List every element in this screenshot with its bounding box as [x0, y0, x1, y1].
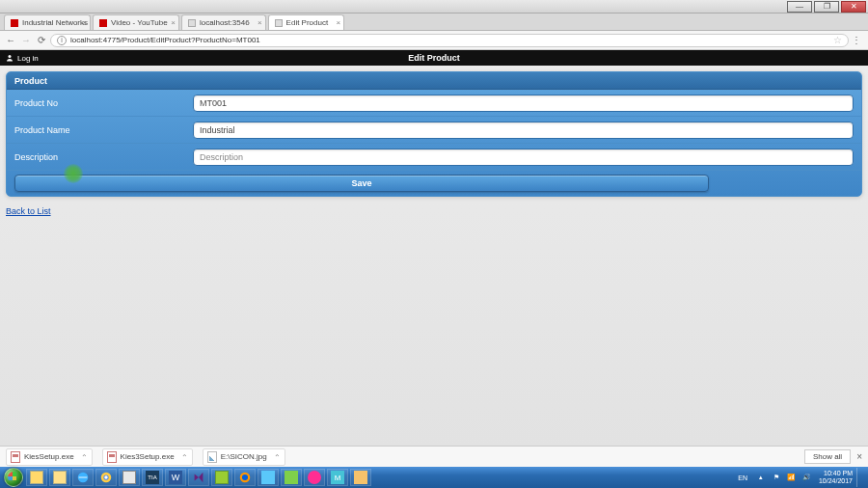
download-filename: Kies3Setup.exe	[121, 452, 175, 461]
login-link[interactable]: Log in	[6, 54, 39, 63]
file-icon	[107, 451, 117, 463]
close-shelf-button[interactable]: ×	[856, 451, 862, 462]
form-row-product-no: Product No	[7, 90, 861, 117]
download-filename: KiesSetup.exe	[24, 452, 74, 461]
close-icon[interactable]: ×	[258, 18, 262, 27]
tab-label: Industrial Networks - Yo	[22, 18, 91, 27]
tab-label: localhost:3546	[200, 18, 250, 27]
page-content: Product Product No Product Name Descript…	[0, 66, 868, 224]
form-row-product-name: Product Name	[7, 117, 861, 144]
os-window-titlebar: — ❐ ✕	[0, 0, 868, 14]
browser-tab[interactable]: localhost:3546 ×	[181, 14, 266, 30]
taskbar-chrome-icon[interactable]	[95, 469, 117, 486]
start-button[interactable]	[4, 468, 23, 487]
close-icon[interactable]: ×	[171, 18, 176, 27]
taskbar-app-icon[interactable]: M	[327, 469, 348, 486]
youtube-icon	[11, 19, 18, 27]
url-text: localhost:4775/Product/EditProduct?Produ…	[70, 36, 260, 44]
system-tray: EN ▴ ⚑ 📶 🔊 10:40 PM 10/24/2017	[738, 468, 866, 487]
taskbar-app-icon[interactable]	[281, 469, 302, 486]
back-to-list-link[interactable]: Back to List	[6, 206, 51, 216]
browser-tab-active[interactable]: Edit Product ×	[268, 14, 345, 30]
browser-menu-button[interactable]: ⋮	[849, 35, 864, 45]
taskbar-app-icon[interactable]	[350, 469, 371, 486]
tray-chevron-icon[interactable]: ▴	[755, 472, 767, 483]
product-no-label: Product No	[14, 98, 193, 108]
page-viewport: Log in Edit Product Product Product No P…	[0, 50, 868, 446]
taskbar-app-icon[interactable]	[258, 469, 279, 486]
tray-flag-icon[interactable]: ⚑	[771, 472, 782, 483]
description-input[interactable]	[193, 149, 854, 166]
download-shelf: KiesSetup.exe ⌃ Kies3Setup.exe ⌃ E:\ SIC…	[0, 446, 868, 467]
app-header: Log in Edit Product	[0, 50, 868, 66]
taskbar-explorer-icon[interactable]	[26, 469, 47, 486]
save-button[interactable]: Save	[14, 175, 709, 192]
taskbar-app-icon[interactable]	[119, 469, 140, 486]
taskbar-word-icon[interactable]: W	[165, 469, 186, 486]
tab-label: Video - YouTube	[111, 18, 168, 27]
tab-label: Edit Product	[286, 18, 329, 27]
page-icon	[188, 19, 196, 27]
login-label: Log in	[17, 54, 39, 63]
form-row-description: Description	[7, 144, 861, 171]
form-actions: Save	[7, 171, 861, 196]
window-minimize-button[interactable]: —	[787, 1, 812, 13]
browser-tab[interactable]: Industrial Networks - Yo ×	[4, 14, 91, 30]
browser-toolbar: ← → ⟳ i localhost:4775/Product/EditProdu…	[0, 31, 868, 50]
download-drive: E:\	[221, 452, 231, 461]
download-item[interactable]: KiesSetup.exe ⌃	[6, 448, 93, 466]
youtube-icon	[99, 19, 107, 27]
download-filename: SICON.jpg	[230, 452, 266, 461]
taskbar-tia-icon[interactable]: TIA	[142, 469, 163, 486]
taskbar-folder-icon[interactable]	[49, 469, 70, 486]
chevron-up-icon[interactable]: ⌃	[274, 453, 281, 462]
product-name-input[interactable]	[193, 122, 854, 139]
page-icon	[275, 19, 283, 27]
windows-taskbar: TIA W M EN ▴ ⚑ 📶 🔊 10:40 PM 10/24/2017	[0, 467, 868, 488]
close-icon[interactable]: ×	[337, 18, 341, 27]
image-file-icon	[207, 451, 217, 463]
tray-date: 10/24/2017	[819, 477, 853, 485]
svg-point-0	[9, 55, 12, 58]
panel-header: Product	[7, 72, 861, 90]
product-no-input[interactable]	[193, 95, 854, 112]
show-desktop-button[interactable]	[856, 468, 864, 487]
window-close-button[interactable]: ✕	[841, 1, 866, 13]
download-item[interactable]: E:\ SICON.jpg ⌃	[203, 448, 285, 466]
browser-tab[interactable]: Video - YouTube ×	[93, 14, 179, 30]
tray-time: 10:40 PM	[819, 470, 853, 477]
show-all-downloads-button[interactable]: Show all	[804, 449, 851, 464]
svg-point-6	[242, 474, 248, 480]
forward-button[interactable]: →	[19, 34, 33, 47]
taskbar-notepadpp-icon[interactable]	[211, 469, 232, 486]
browser-tab-strip: Industrial Networks - Yo × Video - YouTu…	[0, 14, 868, 31]
taskbar-firefox-icon[interactable]	[234, 469, 256, 486]
chevron-up-icon[interactable]: ⌃	[181, 453, 188, 462]
chevron-up-icon[interactable]: ⌃	[81, 453, 88, 462]
taskbar-app-icon[interactable]	[304, 469, 325, 486]
tray-volume-icon[interactable]: 🔊	[801, 472, 813, 483]
file-icon	[11, 451, 20, 463]
address-bar[interactable]: i localhost:4775/Product/EditProduct?Pro…	[50, 34, 849, 47]
reload-button[interactable]: ⟳	[35, 34, 48, 47]
close-icon[interactable]: ×	[82, 18, 87, 27]
description-label: Description	[14, 152, 193, 162]
svg-point-4	[104, 475, 108, 479]
window-maximize-button[interactable]: ❐	[814, 1, 839, 13]
tray-clock[interactable]: 10:40 PM 10/24/2017	[819, 470, 853, 484]
taskbar-vs-icon[interactable]	[188, 469, 209, 486]
language-indicator[interactable]: EN	[738, 474, 747, 481]
product-panel: Product Product No Product Name Descript…	[6, 71, 862, 197]
tray-network-icon[interactable]: 📶	[786, 472, 798, 483]
site-info-icon[interactable]: i	[57, 36, 67, 45]
bookmark-star-icon[interactable]: ☆	[833, 35, 842, 45]
user-icon	[6, 54, 14, 62]
back-button[interactable]: ←	[4, 34, 17, 47]
product-name-label: Product Name	[14, 125, 193, 135]
download-item[interactable]: Kies3Setup.exe ⌃	[102, 448, 193, 466]
page-title: Edit Product	[408, 53, 460, 63]
taskbar-ie-icon[interactable]	[72, 469, 94, 486]
